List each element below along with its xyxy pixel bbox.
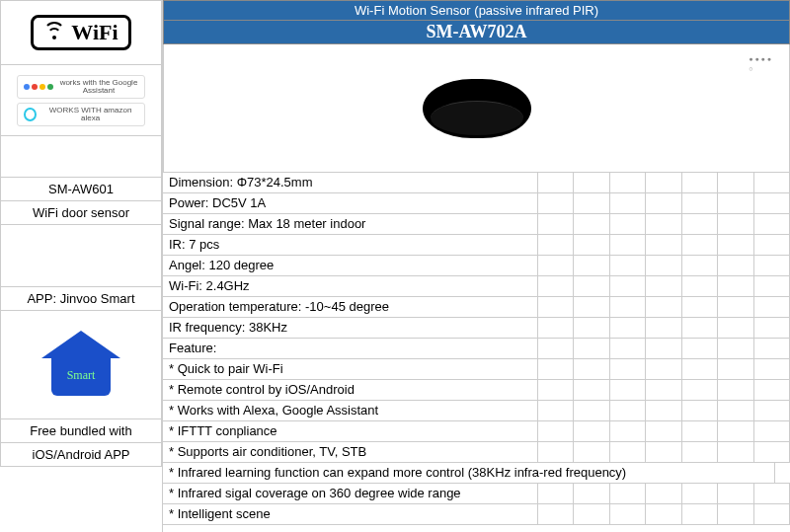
alexa-badge: WORKS WITH amazon alexa <box>17 103 145 126</box>
spec-label: * Works with Alexa, Google Assistant <box>163 401 538 420</box>
spec-grid-cells <box>538 504 790 524</box>
spec-grid-cells <box>538 380 790 400</box>
spec-label: * Infrared sigal coverage on 360 degree … <box>163 484 538 503</box>
spec-row: * Supports air conditioner, TV, STB <box>163 442 790 463</box>
spec-row: Signal range: Max 18 meter indoor <box>163 214 790 235</box>
spec-row: Angel: 120 degree <box>163 256 790 276</box>
spec-label: * IFTTT conpliance <box>163 421 538 441</box>
spec-grid-cells <box>538 173 790 192</box>
spec-row: * IFTTT conpliance <box>163 421 790 442</box>
spec-row: IR frequency: 38KHz <box>163 318 790 339</box>
spec-grid-cells <box>538 359 790 379</box>
spec-label: Power: DC5V 1A <box>163 193 538 213</box>
spec-grid-cells <box>538 297 790 317</box>
spec-label: * Supports air conditioner, TV, STB <box>163 442 538 462</box>
spec-grid-cells <box>775 463 790 483</box>
brand-logo-cell: Jinvoo Smart <box>0 311 162 419</box>
spec-label: Feature: <box>163 339 538 358</box>
product-image <box>423 79 531 138</box>
model-bar: SM-AW702A <box>163 21 790 44</box>
model-desc: WiFi door sensor <box>0 201 162 225</box>
blank-cell-2 <box>0 225 162 287</box>
spec-label: IR frequency: 38KHz <box>163 318 538 338</box>
spec-label: Wi-Fi: 2.4GHz <box>163 276 538 296</box>
alexa-icon <box>24 108 37 121</box>
model-code: SM-AW601 <box>0 178 162 201</box>
spec-row: Wi-Fi: 2.4GHz <box>163 276 790 297</box>
alexa-text: WORKS WITH amazon alexa <box>42 107 138 122</box>
wifi-logo: WiFi <box>31 15 130 50</box>
sidebar: WiFi works with the Google Assistant WOR… <box>0 0 163 532</box>
spec-row: * Quick to pair Wi-Fi <box>163 359 790 380</box>
spec-label: * Infrared learning function can expand … <box>163 463 775 483</box>
title-bar: Wi-Fi Motion Sensor (passive infrared PI… <box>163 0 790 21</box>
spec-label: * Remote control by iOS/Android <box>163 380 538 400</box>
bundle-text-2: iOS/Android APP <box>0 443 162 467</box>
spec-grid-cells <box>538 401 790 420</box>
wifi-logo-cell: WiFi <box>0 0 162 65</box>
spec-grid-cells <box>538 442 790 462</box>
spec-label: Angel: 120 degree <box>163 256 538 275</box>
spec-row: IR: 7 pcs <box>163 235 790 256</box>
spec-grid-cells <box>538 256 790 275</box>
google-text: works with the Google Assistant <box>59 79 138 95</box>
spec-row: Operation temperature: -10~45 degree <box>163 297 790 318</box>
spec-grid-cells <box>538 339 790 358</box>
spec-label: * Intelligent scene <box>163 504 538 524</box>
spec-grid-cells <box>538 318 790 338</box>
spec-label: IR: 7 pcs <box>163 235 538 255</box>
google-icon <box>24 84 53 90</box>
spec-row: Dimension: Φ73*24.5mm <box>163 173 790 193</box>
main: Wi-Fi Motion Sensor (passive infrared PI… <box>163 0 790 532</box>
spec-grid-cells <box>538 276 790 296</box>
spec-row: * Infrared learning function can expand … <box>163 463 790 484</box>
spec-label: Dimension: Φ73*24.5mm <box>163 173 538 192</box>
google-assistant-badge: works with the Google Assistant <box>17 75 145 99</box>
spec-grid-cells <box>538 235 790 255</box>
bundle-text-1: Free bundled with <box>0 419 162 443</box>
spec-row: Power: DC5V 1A <box>163 193 790 214</box>
spec-label: Signal range: Max 18 meter indoor <box>163 214 538 234</box>
spec-table: Dimension: Φ73*24.5mmPower: DC5V 1ASigna… <box>163 173 790 532</box>
product-image-area: ● ● ● ●○ <box>163 44 790 173</box>
spec-label: Operation temperature: -10~45 degree <box>163 297 538 317</box>
spec-grid-cells <box>538 193 790 213</box>
spec-row: * Infrared sigal coverage on 360 degree … <box>163 484 790 504</box>
spec-row: * Works with Alexa, Google Assistant <box>163 401 790 421</box>
spec-grid-cells <box>538 484 790 503</box>
brand-label: Smart <box>67 368 96 383</box>
wifi-icon <box>43 24 65 41</box>
spec-grid-cells <box>538 421 790 441</box>
spec-row: Feature: <box>163 339 790 359</box>
app-name: APP: Jinvoo Smart <box>0 287 162 311</box>
assist-mini-icon: ● ● ● ●○ <box>749 54 771 74</box>
spec-grid-cells <box>538 214 790 234</box>
spec-row: * Intelligent scene <box>163 504 790 525</box>
house-icon: Jinvoo Smart <box>41 331 120 400</box>
page: WiFi works with the Google Assistant WOR… <box>0 0 790 532</box>
spec-row: * Remote control by iOS/Android <box>163 380 790 401</box>
blank-cell <box>0 136 162 178</box>
assistant-badges: works with the Google Assistant WORKS WI… <box>0 65 162 136</box>
spec-label: * Quick to pair Wi-Fi <box>163 359 538 379</box>
wifi-text: WiFi <box>71 20 118 45</box>
